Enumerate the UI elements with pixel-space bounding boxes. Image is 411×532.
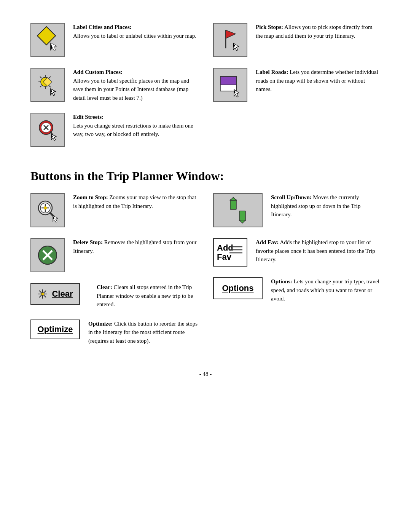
add-custom-item: Add Custom Places: Allows you to label s… [30,68,198,102]
label-roads-item: Label Roads: Lets you determine whether … [213,68,381,102]
clear-title: Clear: [97,284,112,290]
svg-marker-33 [220,77,236,85]
pick-stops-svg [217,26,244,54]
optimize-item: Optimize Optimize: Click this button to … [30,320,198,345]
edit-streets-title: Edit Streets: [73,114,104,120]
label-roads-title: Label Roads: [256,69,288,75]
zoom-stop-svg [34,197,61,224]
add-custom-desc: Allows you to label specific places on t… [73,78,189,101]
delete-stop-svg [34,241,61,269]
label-cities-text: Label Cities and Places: Allows you to l… [73,23,198,40]
add-fav-svg: Add Fav [215,240,245,265]
page-number: - 48 - [30,371,381,377]
trip-left-col: Zoom to Stop: Zooms your map view to the… [30,193,209,356]
options-item: Options Options: Lets you change your tr… [213,277,381,303]
top-section: Label Cities and Places: Allows you to l… [30,23,381,158]
svg-point-42 [44,206,47,209]
label-roads-svg [217,71,244,99]
trip-planner-heading: Buttons in the Trip Planner Window: [30,169,381,183]
label-roads-text: Label Roads: Lets you determine whether … [256,68,381,94]
clear-sparkle-icon [37,289,48,299]
trip-planner-section: Zoom to Stop: Zooms your map view to the… [30,193,381,356]
delete-stop-item: Delete Stop: Removes the highlighted sto… [30,238,198,272]
zoom-to-stop-text: Zoom to Stop: Zooms your map view to the… [73,193,198,210]
zoom-to-stop-title: Zoom to Stop: [73,194,108,200]
delete-stop-icon [30,238,65,272]
optimize-title: Optimize: [88,321,113,327]
clear-text: Clear: Clears all stops entered in the T… [97,283,198,309]
edit-streets-text: Edit Streets: Lets you change street res… [73,113,198,139]
optimize-button-icon[interactable]: Optimize [30,320,80,339]
scroll-updown-text: Scroll Up/Down: Moves the currently high… [271,193,381,219]
label-cities-svg [34,26,61,54]
scroll-arrows-svg [228,197,248,224]
pick-stops-text: Pick Stops: Allows you to pick stops dir… [256,23,381,40]
svg-rect-57 [230,200,236,209]
pick-stops-icon [213,23,247,57]
trip-right-col: Scroll Up/Down: Moves the currently high… [209,193,381,356]
options-label: Options [222,283,253,293]
add-fav-text: Add Fav: Adds the highlighted stop to yo… [256,238,381,264]
delete-stop-title: Delete Stop: [73,239,103,245]
label-cities-desc: Allows you to label or unlabel cities wi… [73,33,196,39]
add-fav-icon: Add Fav [213,238,247,267]
optimize-text: Optimize: Click this button to reorder t… [88,320,198,345]
clear-item: Clear Clear: Clears all stops entered in… [30,283,198,309]
label-cities-icon [30,23,65,57]
clear-button-icon[interactable]: Clear [30,283,80,305]
label-cities-item: Label Cities and Places: Allows you to l… [30,23,198,57]
scroll-updown-title: Scroll Up/Down: [271,194,312,200]
label-roads-icon [213,68,247,102]
top-two-col: Label Cities and Places: Allows you to l… [30,23,381,158]
edit-streets-icon [30,113,65,147]
optimize-label: Optimize [38,324,73,334]
add-custom-title: Add Custom Places: [73,69,123,75]
add-fav-title: Add Fav: [256,239,279,245]
pick-stops-item: Pick Stops: Allows you to pick stops dir… [213,23,381,57]
svg-text:Fav: Fav [217,252,232,262]
options-title: Options: [271,278,292,284]
svg-rect-59 [239,211,245,221]
top-right-col: Pick Stops: Allows you to pick stops dir… [209,23,381,158]
svg-rect-26 [217,26,244,54]
svg-text:Add: Add [217,243,233,252]
zoom-to-stop-item: Zoom to Stop: Zooms your map view to the… [30,193,198,227]
add-custom-icon [30,68,65,102]
top-left-col: Label Cities and Places: Allows you to l… [30,23,209,158]
zoom-to-stop-icon [30,193,65,227]
svg-point-55 [41,292,44,296]
edit-streets-svg [34,116,61,144]
delete-stop-text: Delete Stop: Removes the highlighted sto… [73,238,198,255]
scroll-updown-item: Scroll Up/Down: Moves the currently high… [213,193,381,227]
options-text: Options: Lets you change your trip type,… [271,277,381,303]
clear-label: Clear [52,289,73,299]
options-button-icon[interactable]: Options [213,277,263,299]
add-custom-svg [34,71,61,99]
edit-streets-item: Edit Streets: Lets you change street res… [30,113,198,147]
scroll-updown-icon [213,193,263,227]
add-fav-item: Add Fav Add Fav: Adds the highlighted st… [213,238,381,267]
label-cities-title: Label Cities and Places: [73,24,132,30]
edit-streets-desc: Lets you change street restrictions to m… [73,123,193,137]
pick-stops-title: Pick Stops: [256,24,283,30]
add-custom-text: Add Custom Places: Allows you to label s… [73,68,198,102]
